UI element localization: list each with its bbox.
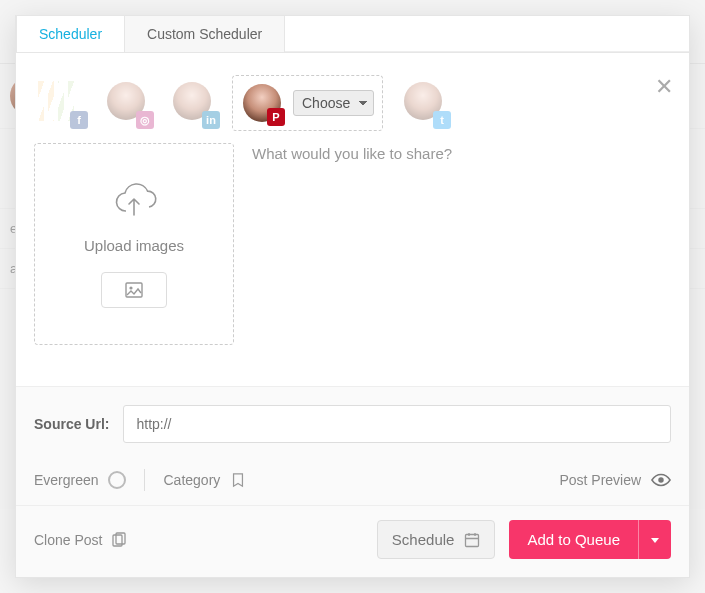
svg-point-2	[658, 477, 663, 482]
svg-point-1	[129, 286, 132, 289]
svg-rect-5	[466, 534, 479, 546]
instagram-icon: ◎	[136, 111, 154, 129]
pinterest-icon: P	[267, 108, 285, 126]
linkedin-icon: in	[202, 111, 220, 129]
tab-custom-scheduler[interactable]: Custom Scheduler	[125, 16, 285, 52]
bookmark-icon	[230, 472, 246, 488]
account-twitter[interactable]: t	[397, 75, 449, 127]
schedule-button[interactable]: Schedule	[377, 520, 496, 559]
facebook-icon: f	[70, 111, 88, 129]
twitter-icon: t	[433, 111, 451, 129]
compose-placeholder: What would you like to share?	[252, 145, 452, 162]
caret-down-icon	[651, 538, 659, 544]
copy-icon	[110, 532, 126, 548]
calendar-icon	[464, 532, 480, 548]
divider	[144, 469, 145, 491]
account-linkedin[interactable]: in	[166, 75, 218, 127]
board-select[interactable]: Choose	[293, 90, 374, 116]
close-icon[interactable]: ✕	[655, 74, 673, 100]
scheduler-modal: Scheduler Custom Scheduler ✕ f ◎ in P	[15, 15, 690, 578]
accounts-row: f ◎ in P Choose t	[16, 53, 689, 143]
upload-label: Upload images	[84, 237, 184, 254]
radio-empty-icon	[108, 471, 126, 489]
post-preview-button[interactable]: Post Preview	[559, 472, 671, 488]
compose-textarea[interactable]: What would you like to share?	[252, 143, 671, 370]
tab-scheduler[interactable]: Scheduler	[16, 15, 125, 52]
queue-dropdown-caret[interactable]	[638, 520, 671, 559]
eye-icon	[651, 473, 671, 487]
source-url-input[interactable]	[123, 405, 671, 443]
account-pinterest-selector[interactable]: P Choose	[232, 75, 383, 131]
cloud-upload-icon	[109, 181, 159, 219]
source-url-label: Source Url:	[34, 416, 109, 432]
account-instagram[interactable]: ◎	[100, 75, 152, 127]
modal-tabs: Scheduler Custom Scheduler	[16, 16, 689, 53]
upload-images-box[interactable]: Upload images	[34, 143, 234, 345]
account-buffer[interactable]: f	[34, 75, 86, 127]
modal-footer: Source Url: Evergreen Category Post Prev…	[16, 386, 689, 577]
image-icon	[125, 282, 143, 298]
evergreen-toggle[interactable]: Evergreen	[34, 471, 126, 489]
add-to-queue-button[interactable]: Add to Queue	[509, 520, 638, 559]
category-picker[interactable]: Category	[163, 472, 246, 488]
clone-post-button[interactable]: Clone Post	[34, 532, 126, 548]
pick-image-button[interactable]	[101, 272, 167, 308]
